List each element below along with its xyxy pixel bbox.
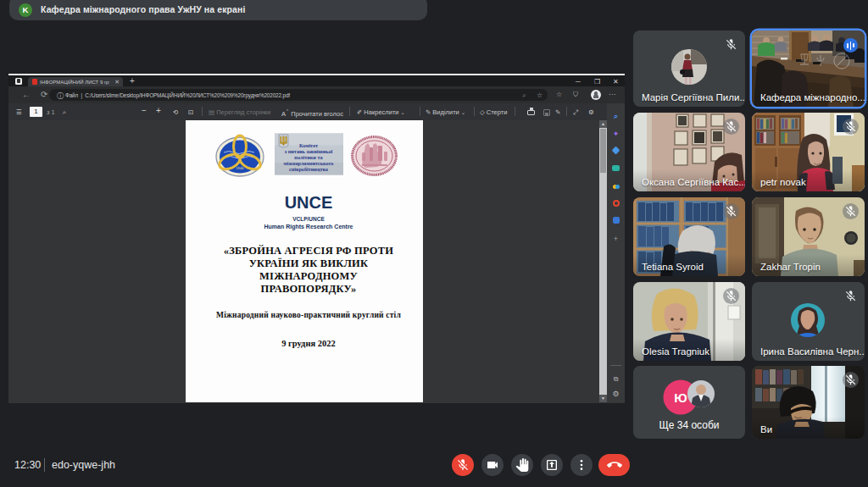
svg-text:1946: 1946	[236, 166, 245, 170]
svg-text:Ю: Ю	[674, 390, 687, 405]
